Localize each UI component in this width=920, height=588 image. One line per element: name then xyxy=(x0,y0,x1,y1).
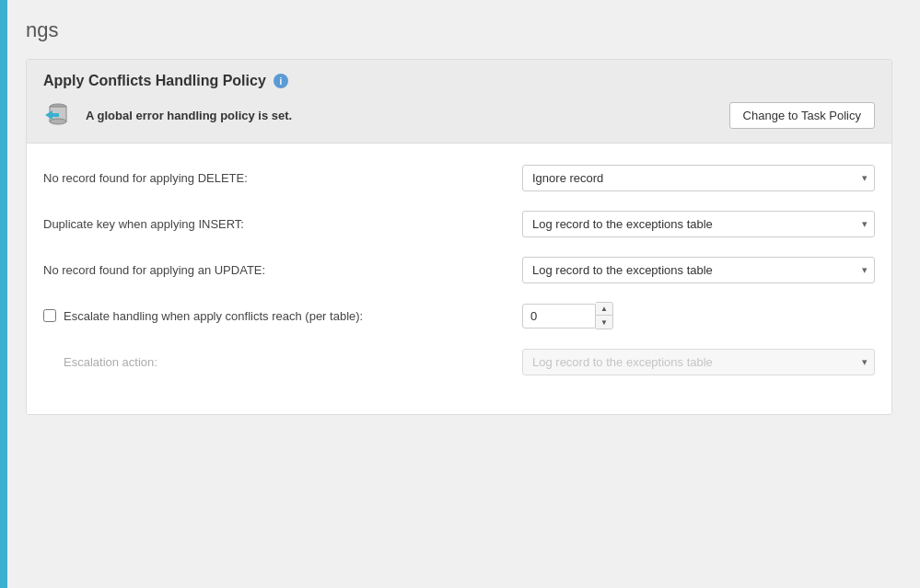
page-title: ngs xyxy=(26,18,892,42)
delete-label: No record found for applying DELETE: xyxy=(43,171,522,185)
delete-row: No record found for applying DELETE: Ign… xyxy=(43,162,875,193)
escalation-action-label: Escalation action: xyxy=(64,355,522,369)
panel-header: Apply Conflicts Handling Policy i xyxy=(27,60,891,144)
spinner-down-button[interactable]: ▼ xyxy=(596,316,612,329)
insert-row: Duplicate key when applying INSERT: Igno… xyxy=(43,208,875,239)
panel-header-row: A global error handling policy is set. C… xyxy=(43,100,875,130)
update-label: No record found for applying an UPDATE: xyxy=(43,263,522,277)
global-policy-text: A global error handling policy is set. xyxy=(86,109,716,122)
escalate-number-control: ▲ ▼ xyxy=(522,302,875,329)
update-select[interactable]: Ignore record Log record to the exceptio… xyxy=(522,257,875,283)
delete-control: Ignore record Log record to the exceptio… xyxy=(522,165,875,191)
escalation-action-row: Escalation action: Ignore record Log rec… xyxy=(43,346,875,377)
escalate-number-input[interactable] xyxy=(522,304,596,329)
escalate-row: Escalate handling when apply conflicts r… xyxy=(43,300,875,331)
panel-title-text: Apply Conflicts Handling Policy xyxy=(43,73,266,89)
panel-body: No record found for applying DELETE: Ign… xyxy=(27,144,891,414)
spinner-buttons: ▲ ▼ xyxy=(596,302,613,329)
info-icon[interactable]: i xyxy=(274,74,288,88)
spinner-up-button[interactable]: ▲ xyxy=(596,303,612,316)
update-row: No record found for applying an UPDATE: … xyxy=(43,254,875,285)
insert-label: Duplicate key when applying INSERT: xyxy=(43,217,522,231)
insert-select[interactable]: Ignore record Log record to the exceptio… xyxy=(522,211,875,237)
change-to-task-policy-button[interactable]: Change to Task Policy xyxy=(729,102,875,129)
escalation-action-select: Ignore record Log record to the exceptio… xyxy=(522,349,875,375)
page-wrapper: ngs Apply Conflicts Handling Policy i xyxy=(0,0,920,588)
left-accent xyxy=(0,0,7,588)
delete-select[interactable]: Ignore record Log record to the exceptio… xyxy=(522,165,875,191)
escalate-number-wrap: ▲ ▼ xyxy=(522,302,875,329)
delete-select-wrapper: Ignore record Log record to the exceptio… xyxy=(522,165,875,191)
escalate-checkbox[interactable] xyxy=(43,309,56,322)
main-content: ngs Apply Conflicts Handling Policy i xyxy=(7,0,920,588)
escalation-action-control: Ignore record Log record to the exceptio… xyxy=(522,349,875,375)
insert-select-wrapper: Ignore record Log record to the exceptio… xyxy=(522,211,875,237)
conflicts-panel: Apply Conflicts Handling Policy i xyxy=(26,59,892,415)
update-control: Ignore record Log record to the exceptio… xyxy=(522,257,875,283)
insert-control: Ignore record Log record to the exceptio… xyxy=(522,211,875,237)
database-icon xyxy=(43,100,73,130)
svg-point-2 xyxy=(50,119,66,124)
escalate-label: Escalate handling when apply conflicts r… xyxy=(64,309,363,323)
update-select-wrapper: Ignore record Log record to the exceptio… xyxy=(522,257,875,283)
escalation-action-select-wrapper: Ignore record Log record to the exceptio… xyxy=(522,349,875,375)
escalate-checkbox-wrap: Escalate handling when apply conflicts r… xyxy=(43,309,522,323)
panel-title: Apply Conflicts Handling Policy i xyxy=(43,73,875,89)
